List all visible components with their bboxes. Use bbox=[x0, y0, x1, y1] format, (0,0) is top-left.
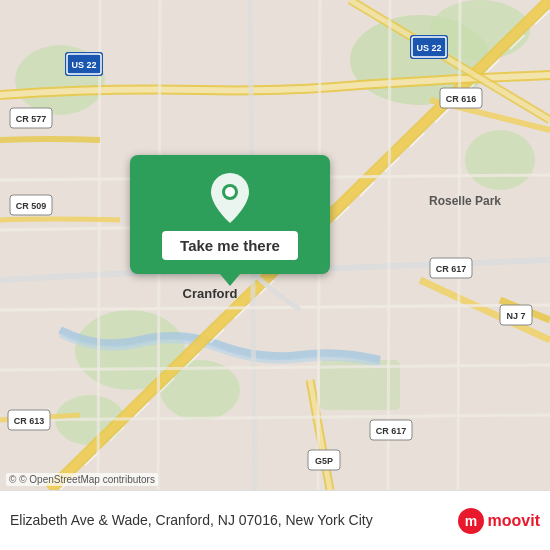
footer-text: Elizabeth Ave & Wade, Cranford, NJ 07016… bbox=[10, 511, 457, 531]
svg-text:m: m bbox=[464, 513, 476, 529]
svg-text:NJ 7: NJ 7 bbox=[506, 311, 525, 321]
svg-text:G5P: G5P bbox=[315, 456, 333, 466]
svg-text:US 22: US 22 bbox=[416, 43, 441, 53]
moovit-label: moovit bbox=[488, 512, 540, 530]
location-pin-icon bbox=[211, 173, 249, 223]
svg-text:CR 577: CR 577 bbox=[16, 114, 47, 124]
popup-triangle bbox=[220, 274, 240, 286]
map-container: US 22 US 22 CR 577 CR 509 CR 616 CR 617 … bbox=[0, 0, 550, 490]
svg-text:CR 616: CR 616 bbox=[446, 94, 477, 104]
green-box: Take me there bbox=[130, 155, 330, 274]
svg-point-34 bbox=[225, 187, 235, 197]
address-text: Elizabeth Ave & Wade, Cranford, NJ 07016… bbox=[10, 511, 457, 531]
svg-text:CR 613: CR 613 bbox=[14, 416, 45, 426]
moovit-logo: m moovit bbox=[457, 507, 540, 535]
footer: Elizabeth Ave & Wade, Cranford, NJ 07016… bbox=[0, 490, 550, 550]
svg-text:US 22: US 22 bbox=[71, 60, 96, 70]
svg-text:Cranford: Cranford bbox=[183, 286, 238, 301]
svg-text:CR 617: CR 617 bbox=[376, 426, 407, 436]
osm-text: © OpenStreetMap contributors bbox=[19, 474, 155, 485]
svg-text:CR 509: CR 509 bbox=[16, 201, 47, 211]
popup-container: Take me there bbox=[130, 155, 330, 286]
moovit-icon: m bbox=[457, 507, 485, 535]
osm-logo: © bbox=[9, 474, 16, 485]
take-me-there-button[interactable]: Take me there bbox=[162, 231, 298, 260]
svg-point-8 bbox=[465, 130, 535, 190]
svg-text:Roselle Park: Roselle Park bbox=[429, 194, 501, 208]
osm-attribution: © © OpenStreetMap contributors bbox=[6, 473, 158, 486]
svg-text:CR 617: CR 617 bbox=[436, 264, 467, 274]
